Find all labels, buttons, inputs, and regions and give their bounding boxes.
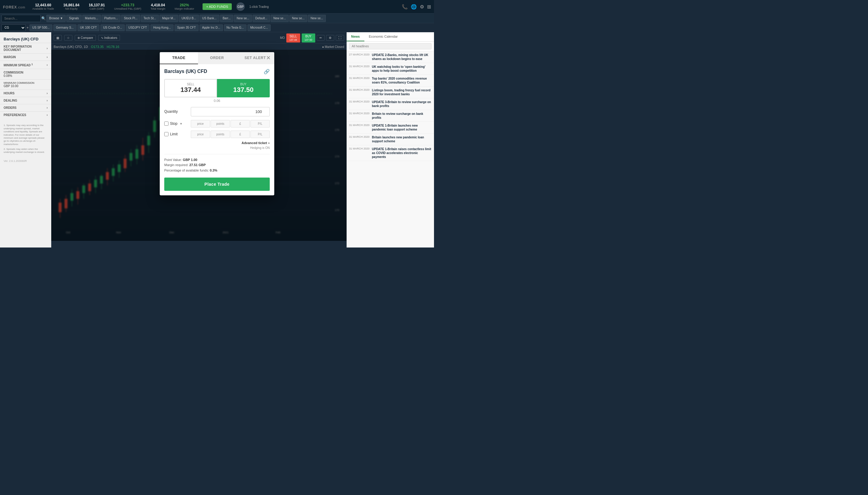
stop-price-btn[interactable]: price	[191, 120, 210, 127]
modal-title-row: Barclays (UK) CFD 🔗	[164, 69, 270, 74]
percentage-line: Percentage of available funds: 0.3%	[164, 168, 270, 173]
modal-close-button[interactable]: ✕	[266, 55, 271, 61]
modal-link-icon[interactable]: 🔗	[264, 69, 270, 74]
buy-price: 137.50	[221, 86, 266, 94]
quantity-row: Quantity	[164, 107, 270, 116]
spread-value: 0.06	[214, 99, 220, 102]
limit-price-btn[interactable]: price	[191, 131, 210, 138]
quantity-input[interactable]	[191, 107, 270, 116]
stop-points-btn[interactable]: points	[211, 120, 230, 127]
sell-label: SELL	[168, 83, 213, 86]
modal-body: Barclays (UK) CFD 🔗 SELL 137.44 BUY 137.…	[160, 64, 274, 195]
point-value: GBP 1.00	[183, 158, 197, 161]
modal-backdrop: TRADE ORDER SET ALERT ✕ Barclays (UK) CF…	[0, 0, 434, 248]
limit-checkbox[interactable]	[164, 132, 169, 136]
margin-required-label: Margin required:	[164, 163, 188, 167]
price-buttons-row: SELL 137.44 BUY 137.50	[164, 79, 270, 97]
stop-price-options: price points £ P/L	[191, 120, 270, 127]
percentage-label: Percentage of available funds:	[164, 169, 209, 172]
spread-row: 0.06	[164, 99, 270, 102]
quantity-label: Quantity	[164, 109, 188, 114]
modal-divider	[164, 154, 270, 154]
sell-price: 137.44	[168, 86, 213, 94]
stop-checkbox-label[interactable]: Stop ▼	[164, 121, 188, 126]
place-trade-button[interactable]: Place Trade	[164, 177, 270, 191]
buy-label: BUY	[221, 83, 266, 86]
limit-checkbox-label[interactable]: Limit	[164, 132, 188, 136]
hedging-note: Hedging is ON	[164, 146, 270, 150]
stop-row: Stop ▼ price points £ P/L	[164, 120, 270, 127]
stop-dropdown-icon[interactable]: ▼	[180, 122, 183, 125]
percentage-value: 0.3%	[210, 169, 217, 172]
margin-required-line: Margin required: 27.51 GBP	[164, 163, 270, 168]
trade-modal: TRADE ORDER SET ALERT ✕ Barclays (UK) CF…	[160, 52, 274, 195]
modal-instrument-title: Barclays (UK) CFD	[164, 69, 207, 74]
limit-points-btn[interactable]: points	[211, 131, 230, 138]
stop-pl-btn[interactable]: P/L	[250, 120, 270, 127]
stop-checkbox[interactable]	[164, 121, 169, 126]
point-value-label: Point Value:	[164, 158, 182, 161]
margin-required-value: 27.51 GBP	[189, 163, 206, 167]
buy-price-button[interactable]: BUY 137.50	[217, 79, 270, 97]
limit-price-options: price points £ P/L	[191, 131, 270, 138]
modal-tabs: TRADE ORDER SET ALERT ✕	[160, 52, 274, 64]
limit-gbp-btn[interactable]: £	[230, 131, 250, 138]
stop-gbp-btn[interactable]: £	[230, 120, 250, 127]
advanced-ticket-arrow: »	[268, 141, 270, 145]
stop-label: Stop	[170, 121, 177, 126]
sell-price-button[interactable]: SELL 137.44	[164, 79, 217, 97]
advanced-ticket-link[interactable]: Advanced ticket	[241, 141, 267, 145]
limit-row: Limit price points £ P/L	[164, 131, 270, 138]
limit-pl-btn[interactable]: P/L	[250, 131, 270, 138]
limit-label: Limit	[170, 132, 177, 136]
tab-trade[interactable]: TRADE	[160, 52, 198, 64]
point-value-line: Point Value: GBP 1.00	[164, 157, 270, 163]
advanced-ticket-row: Advanced ticket »	[164, 141, 270, 145]
tab-order[interactable]: ORDER	[198, 52, 236, 64]
point-values-section: Point Value: GBP 1.00 Margin required: 2…	[164, 157, 270, 173]
